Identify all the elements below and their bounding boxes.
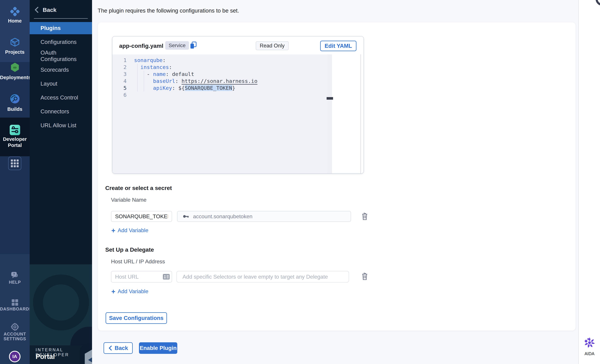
add-variable-label: Add Variable xyxy=(118,288,148,295)
delegate-section-heading: Set Up a Delegate xyxy=(105,246,154,253)
line-number: 5 xyxy=(112,84,127,92)
sidebar-item-connectors[interactable]: Connectors xyxy=(30,105,92,118)
code-line-4[interactable]: 4 baseUrl: https://sonar.harness.io xyxy=(112,78,327,84)
apps-grid-icon[interactable] xyxy=(8,157,21,170)
aida-label: AIDA xyxy=(579,351,600,356)
help-chat-icon[interactable]: ? xyxy=(0,271,30,280)
nav-item-developer-portal-line2[interactable]: Portal xyxy=(0,142,30,148)
brand-title: Portal xyxy=(36,353,55,360)
code-text: baseUrl: https://sonar.harness.io xyxy=(134,78,257,84)
builds-circle-icon[interactable] xyxy=(0,93,30,104)
plus-icon: + xyxy=(111,289,115,294)
editor-scroll-marker xyxy=(327,97,333,100)
add-variable-label: Add Variable xyxy=(118,227,148,233)
nav-item-developer-portal[interactable]: Developer xyxy=(0,136,30,142)
yaml-filename: app-config.yaml xyxy=(119,43,163,49)
code-line-3[interactable]: 3 - name: default xyxy=(112,71,327,78)
sidebar-item-plugins[interactable]: Plugins xyxy=(30,22,92,34)
settings-sidebar: Back Plugins Configurations OAuth Config… xyxy=(30,0,92,364)
secret-section-heading: Create or select a secret xyxy=(105,185,172,191)
sidebar-item-url-allow-list[interactable]: URL Allow List xyxy=(30,119,92,131)
code-text: instances: xyxy=(134,64,172,71)
main-content: The plugin requires the following config… xyxy=(92,0,578,364)
back-button-label: Back xyxy=(115,345,128,351)
plus-icon: + xyxy=(111,228,115,233)
sidebar-item-layout[interactable]: Layout xyxy=(30,78,92,90)
code-line-2[interactable]: 2 instances: xyxy=(112,64,327,71)
nav-item-account-settings-line2[interactable]: SETTINGS xyxy=(0,336,30,341)
back-button[interactable]: Back xyxy=(103,342,133,354)
nav-item-home[interactable]: Home xyxy=(0,18,30,24)
dashboards-icon[interactable] xyxy=(0,298,30,307)
decor-ring xyxy=(33,275,89,330)
enable-plugin-button[interactable]: Enable Plugin xyxy=(139,342,177,354)
code-line-6[interactable]: 6 xyxy=(112,92,327,98)
indent-guide xyxy=(137,64,138,92)
module-nav-rail: Home Projects ∞ Deployments Builds Devel… xyxy=(0,0,30,364)
svg-text:?: ? xyxy=(13,272,15,276)
add-variable-link-delegate[interactable]: + Add Variable xyxy=(111,288,148,295)
editor-right-boundary xyxy=(360,54,361,174)
help-rail: AIDA xyxy=(578,0,600,364)
code-area[interactable]: 1sonarqube:2 instances:3 - name: default… xyxy=(112,54,327,174)
line-number: 1 xyxy=(112,57,127,64)
harness-home-icon[interactable] xyxy=(0,6,30,17)
copy-icon[interactable] xyxy=(189,41,198,50)
read-only-badge: Read Only xyxy=(256,41,289,50)
nav-item-help[interactable]: HELP xyxy=(0,280,30,285)
sidebar-item-configurations[interactable]: Configurations xyxy=(30,36,92,48)
developer-portal-icon[interactable] xyxy=(0,124,30,136)
intro-text: The plugin requires the following config… xyxy=(98,8,239,14)
line-number: 6 xyxy=(112,92,127,98)
back-nav[interactable]: Back xyxy=(34,5,88,15)
service-badge: Service xyxy=(165,41,189,50)
nav-item-deployments[interactable]: Deployments xyxy=(0,75,30,80)
apps-grid-glyph xyxy=(11,159,19,167)
yaml-editor-header: app-config.yaml Service Read Only Edit Y… xyxy=(112,37,364,54)
line-number: 4 xyxy=(112,78,127,84)
secret-reference-field[interactable]: account.sonarqubetoken xyxy=(177,211,351,222)
corner-arc-decor xyxy=(596,0,600,6)
variable-name-input[interactable] xyxy=(111,211,172,222)
gear-icon[interactable] xyxy=(0,322,30,331)
secret-reference-value: account.sonarqubetoken xyxy=(193,213,252,220)
variable-name-label: Variable Name xyxy=(111,197,146,203)
sidebar-footer-art: INTERNAL DEVELOPER Portal xyxy=(30,264,92,364)
yaml-code-editor[interactable]: 1sonarqube:2 instances:3 - name: default… xyxy=(112,54,364,174)
delete-variable-icon[interactable] xyxy=(361,212,369,222)
delete-delegate-row-icon[interactable] xyxy=(361,272,369,281)
sidebar-item-access-control[interactable]: Access Control xyxy=(30,92,92,104)
delegate-selectors-input[interactable] xyxy=(177,271,349,282)
line-number: 3 xyxy=(112,71,127,78)
nav-item-builds[interactable]: Builds xyxy=(0,106,30,112)
cube-icon[interactable] xyxy=(0,37,30,47)
key-icon xyxy=(182,213,190,220)
configuration-card: app-config.yaml Service Read Only Edit Y… xyxy=(98,22,576,331)
code-text: apiKey: ${SONARQUBE_TOKEN} xyxy=(134,84,235,92)
sidebar-item-scorecards[interactable]: Scorecards xyxy=(30,64,92,76)
yaml-editor-panel: app-config.yaml Service Read Only Edit Y… xyxy=(112,36,364,174)
add-variable-link-secret[interactable]: + Add Variable xyxy=(111,227,148,233)
code-text: - name: default xyxy=(134,71,194,78)
line-number: 2 xyxy=(112,64,127,71)
nav-item-account-settings[interactable]: ACCOUNT xyxy=(0,331,30,336)
avatar[interactable]: IA xyxy=(9,351,20,362)
nav-item-projects[interactable]: Projects xyxy=(0,49,30,55)
svg-text:∞: ∞ xyxy=(13,65,17,70)
indent-guide xyxy=(144,71,144,92)
back-label: Back xyxy=(43,7,56,13)
chevron-left-icon xyxy=(108,345,112,351)
chevron-left-icon xyxy=(34,7,39,13)
aida-button[interactable]: AIDA xyxy=(579,336,600,356)
sidebar-item-oauth-configurations[interactable]: OAuth Configurations xyxy=(30,50,92,62)
editor-overview-ruler[interactable] xyxy=(327,54,332,174)
contact-card-icon[interactable] xyxy=(163,273,170,281)
code-line-1[interactable]: 1sonarqube: xyxy=(112,57,327,64)
edit-yaml-button[interactable]: Edit YAML xyxy=(320,41,356,51)
sidebar-divider xyxy=(34,18,88,19)
nav-item-dashboards[interactable]: DASHBOARDS xyxy=(0,306,30,311)
host-url-label: Host URL / IP Address xyxy=(111,258,165,265)
deployments-hexagon-icon[interactable]: ∞ xyxy=(0,62,30,73)
code-line-5[interactable]: 5 apiKey: ${SONARQUBE_TOKEN} xyxy=(112,84,327,92)
save-configurations-button[interactable]: Save Configurations xyxy=(106,312,167,324)
